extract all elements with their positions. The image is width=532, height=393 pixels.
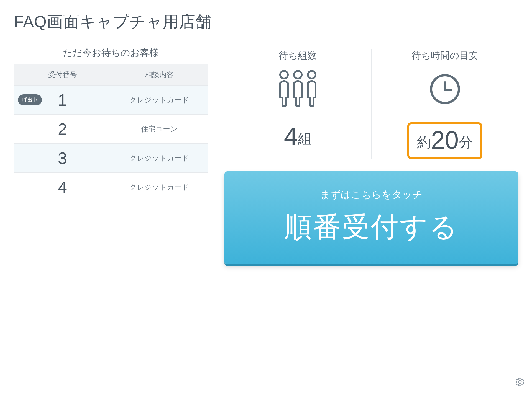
table-row: 3クレジットカード xyxy=(14,143,208,172)
settings-button[interactable] xyxy=(515,377,525,387)
people-icon xyxy=(224,70,371,108)
table-header: 受付番号 相談内容 xyxy=(14,64,208,85)
cell-topic: クレジットカード xyxy=(111,86,208,114)
stat-wait-label: 待ち時間の目安 xyxy=(372,49,518,62)
stat-wait-value: 約20分 xyxy=(372,122,518,159)
waiting-list-panel: ただ今お待ちのお客様 受付番号 相談内容 1呼出中クレジットカード2住宅ローン3… xyxy=(14,46,208,363)
cell-topic: クレジットカード xyxy=(111,173,208,201)
cta-maintext: 順番受付する xyxy=(230,209,513,246)
clock-icon xyxy=(372,70,518,108)
svg-point-2 xyxy=(308,71,316,79)
table-row: 1呼出中クレジットカード xyxy=(14,85,208,114)
cell-number: 4 xyxy=(14,173,111,201)
col-number: 受付番号 xyxy=(14,64,111,85)
gear-icon xyxy=(515,377,525,387)
stat-groups: 待ち組数 xyxy=(224,49,371,159)
checkin-button[interactable]: まずはこちらをタッチ 順番受付する xyxy=(224,171,518,264)
svg-point-1 xyxy=(294,71,302,79)
page-title: FAQ画面キャプチャ用店舗 xyxy=(14,11,518,33)
stat-wait: 待ち時間の目安 約20分 xyxy=(371,49,518,159)
table-row: 4クレジットカード xyxy=(14,172,208,201)
table-row: 2住宅ローン xyxy=(14,114,208,143)
stat-groups-label: 待ち組数 xyxy=(224,49,371,62)
waiting-table: 受付番号 相談内容 1呼出中クレジットカード2住宅ローン3クレジットカード4クレ… xyxy=(14,64,208,363)
col-topic: 相談内容 xyxy=(111,64,208,85)
cell-topic: クレジットカード xyxy=(111,144,208,172)
cell-topic: 住宅ローン xyxy=(111,115,208,143)
cta-subtext: まずはこちらをタッチ xyxy=(230,188,513,201)
svg-point-0 xyxy=(280,71,288,79)
stats-row: 待ち組数 xyxy=(224,49,518,159)
stat-groups-value: 4組 xyxy=(224,122,371,151)
cell-number: 2 xyxy=(14,115,111,143)
cell-number: 1呼出中 xyxy=(14,86,111,114)
waiting-list-subtitle: ただ今お待ちのお客様 xyxy=(14,46,208,59)
calling-badge: 呼出中 xyxy=(18,94,42,105)
cell-number: 3 xyxy=(14,144,111,172)
